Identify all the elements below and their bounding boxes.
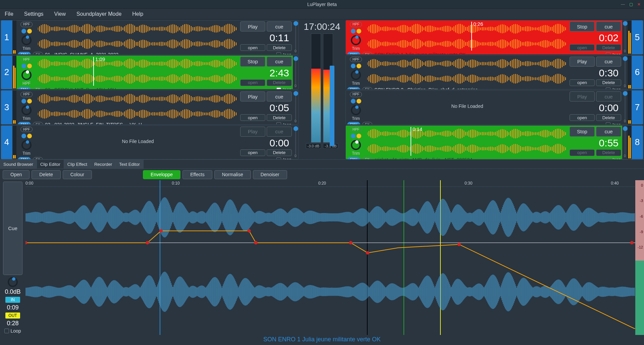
- cue-button[interactable]: cue: [596, 57, 621, 67]
- player-waveform[interactable]: [366, 56, 569, 87]
- colour-dot-blue[interactable]: [21, 64, 26, 68]
- editor-normalise-button[interactable]: Normalise: [214, 170, 251, 179]
- hpf-button[interactable]: HPF: [350, 57, 362, 62]
- editor-delete-button[interactable]: Delete: [32, 170, 60, 179]
- tab-text-editor[interactable]: Text Editor: [116, 160, 143, 168]
- cue-button[interactable]: cue: [596, 21, 621, 31]
- tab-recorder[interactable]: Recorder: [91, 160, 116, 168]
- player-waveform[interactable]: [37, 90, 239, 122]
- cue-button[interactable]: cue: [596, 91, 621, 101]
- colour-dot-blue[interactable]: [351, 134, 356, 138]
- colour-dot-yellow[interactable]: [27, 134, 32, 138]
- hpf-button[interactable]: HPF: [350, 22, 362, 27]
- delete-button[interactable]: Delete: [267, 114, 292, 121]
- trim-knob[interactable]: [351, 35, 361, 45]
- fx-pill[interactable]: FX: [362, 122, 373, 125]
- colour-dot-yellow[interactable]: [357, 29, 361, 33]
- tab-sound-browser[interactable]: Sound Browser: [0, 160, 37, 168]
- fx-pill[interactable]: FX: [33, 122, 43, 125]
- menu-settings[interactable]: Settings: [24, 11, 44, 17]
- delete-button[interactable]: Delete: [596, 44, 621, 51]
- colour-dot-yellow[interactable]: [27, 64, 32, 68]
- trim-knob[interactable]: [21, 105, 32, 115]
- player-number[interactable]: 4: [1, 126, 12, 159]
- colour-dot-blue[interactable]: [351, 29, 356, 33]
- play-button[interactable]: Play: [240, 91, 265, 101]
- loop-checkbox[interactable]: [276, 157, 281, 160]
- player-number[interactable]: 6: [632, 56, 643, 89]
- player-waveform[interactable]: 0:14: [366, 126, 569, 157]
- open-button[interactable]: open: [570, 79, 595, 86]
- open-button[interactable]: open: [570, 44, 595, 51]
- player-waveform[interactable]: No File Loaded: [37, 126, 239, 157]
- colour-dot-blue[interactable]: [351, 99, 356, 104]
- trim-knob[interactable]: [351, 140, 361, 150]
- open-button[interactable]: open: [570, 149, 595, 156]
- play-button[interactable]: Stop: [570, 21, 595, 31]
- player-fader[interactable]: 0: [293, 56, 298, 89]
- loop-checkbox[interactable]: [606, 157, 610, 160]
- hpf-button[interactable]: HPF: [20, 57, 33, 62]
- loop-checkbox[interactable]: [606, 87, 610, 90]
- editor-out-badge[interactable]: OUT: [5, 313, 20, 319]
- player-number[interactable]: 3: [1, 90, 12, 124]
- trim-knob[interactable]: [351, 70, 361, 80]
- colour-dot-blue[interactable]: [351, 64, 356, 68]
- trim-knob[interactable]: [351, 105, 361, 115]
- delete-button[interactable]: Delete: [596, 79, 621, 86]
- tab-clip-editor[interactable]: Clip Editor: [37, 160, 64, 168]
- env-pill[interactable]: ENV: [347, 52, 360, 55]
- loop-checkbox[interactable]: [276, 122, 281, 125]
- colour-dot-yellow[interactable]: [357, 134, 361, 138]
- fx-pill[interactable]: FX: [33, 87, 43, 90]
- player-fader[interactable]: 0: [622, 20, 628, 54]
- player-fader[interactable]: 0: [293, 20, 298, 54]
- env-pill[interactable]: ENV: [347, 157, 360, 160]
- env-pill[interactable]: ENV: [18, 52, 31, 55]
- colour-dot-yellow[interactable]: [27, 29, 32, 33]
- fx-pill[interactable]: FX: [33, 52, 43, 55]
- trim-knob[interactable]: [21, 70, 32, 80]
- env-pill[interactable]: ENV: [347, 87, 360, 90]
- delete-button[interactable]: Delete: [596, 149, 621, 156]
- cue-button[interactable]: cue: [596, 127, 621, 137]
- play-button[interactable]: Play: [570, 91, 595, 101]
- open-button[interactable]: open: [240, 114, 265, 121]
- hpf-button[interactable]: HPF: [20, 92, 33, 97]
- delete-button[interactable]: Delete: [267, 79, 292, 86]
- player-fader[interactable]: 0: [622, 126, 628, 159]
- open-button[interactable]: open: [570, 114, 595, 121]
- trim-knob[interactable]: [21, 140, 32, 150]
- colour-dot-blue[interactable]: [21, 134, 26, 138]
- delete-button[interactable]: Delete: [596, 114, 621, 121]
- hpf-button[interactable]: HPF: [350, 92, 362, 97]
- open-button[interactable]: open: [240, 149, 265, 156]
- editor-effects-button[interactable]: Effects: [182, 170, 212, 179]
- player-waveform[interactable]: 1:09: [37, 56, 239, 87]
- cue-button[interactable]: cue: [267, 91, 292, 101]
- menu-help[interactable]: Help: [132, 11, 143, 17]
- minimize-icon[interactable]: —: [620, 2, 626, 7]
- player-fader[interactable]: 0: [293, 126, 298, 159]
- cue-button[interactable]: cue: [267, 127, 292, 137]
- maximize-icon[interactable]: ▢: [628, 2, 634, 7]
- env-pill[interactable]: ENV: [347, 122, 360, 125]
- cue-button[interactable]: cue: [267, 57, 292, 67]
- editor-cue-button[interactable]: Cue: [3, 182, 22, 275]
- colour-dot-yellow[interactable]: [27, 99, 32, 104]
- player-number[interactable]: 7: [632, 90, 643, 124]
- env-pill[interactable]: ENV: [18, 122, 31, 125]
- hpf-button[interactable]: HPF: [350, 127, 362, 132]
- colour-dot-blue[interactable]: [21, 99, 26, 104]
- fx-pill[interactable]: FX: [33, 157, 43, 160]
- fx-pill[interactable]: FX: [362, 87, 373, 90]
- player-number[interactable]: 1: [1, 20, 12, 54]
- loop-checkbox[interactable]: [606, 122, 610, 125]
- player-fader[interactable]: 0: [293, 90, 298, 124]
- env-pill[interactable]: ENV: [18, 87, 31, 90]
- hpf-button[interactable]: HPF: [20, 22, 33, 27]
- play-button[interactable]: Play: [240, 21, 265, 31]
- play-button[interactable]: Stop: [570, 127, 595, 137]
- delete-button[interactable]: Delete: [267, 44, 292, 51]
- trim-knob[interactable]: [21, 35, 32, 45]
